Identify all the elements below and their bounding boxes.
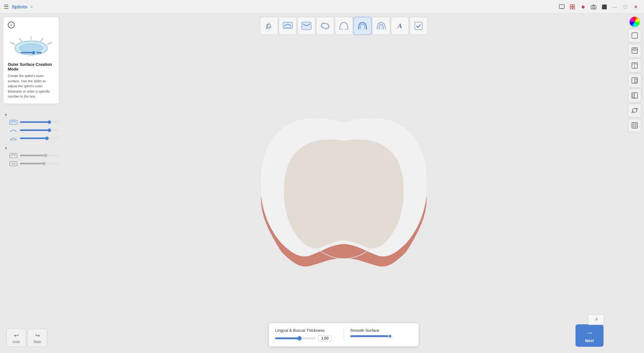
color-wheel-button[interactable] xyxy=(629,16,640,27)
smooth-surface-group: Smooth Surface xyxy=(350,328,413,341)
lingual-buccal-group: Lingual & Buccal Thickness 1.50 xyxy=(275,328,338,341)
texture-button[interactable] xyxy=(628,118,642,132)
layer-group-2: ▼ xyxy=(4,147,58,167)
svg-rect-45 xyxy=(632,123,637,128)
info-card: i Outer Surf xyxy=(3,17,59,104)
svg-point-18 xyxy=(35,52,37,53)
iso-view2-button[interactable] xyxy=(628,59,642,72)
undo-icon: ↩ xyxy=(14,332,19,339)
layer-slider-4[interactable] xyxy=(20,155,58,156)
svg-point-29 xyxy=(266,27,268,29)
list-item xyxy=(4,119,58,125)
main-layout: i Outer Surf xyxy=(0,14,644,353)
undo-label: Undo xyxy=(12,340,20,344)
rotate-button[interactable] xyxy=(628,104,642,117)
next-button[interactable]: → Next xyxy=(575,324,604,347)
left-panel: i Outer Surf xyxy=(0,14,62,353)
svg-rect-38 xyxy=(415,22,422,30)
lingual-buccal-slider[interactable] xyxy=(275,337,316,339)
info-illustration xyxy=(8,31,54,59)
bottom-actions: ↩ Undo ↪ Redo xyxy=(6,329,47,347)
toolbar-tools-button[interactable] xyxy=(260,17,278,35)
lingual-buccal-slider-thumb[interactable] xyxy=(297,336,302,341)
titlebar: ☰ Splints ¤ ⏺ xyxy=(0,0,644,14)
y-indicator: -Y xyxy=(588,314,604,325)
svg-rect-3 xyxy=(570,5,572,7)
list-item xyxy=(4,127,58,133)
info-card-desc: Create the splint's outer surface. Use t… xyxy=(8,73,54,99)
maximize-button[interactable]: ☐ xyxy=(621,2,630,11)
layer-controls: ▼ xyxy=(3,113,59,167)
layer-slider-3[interactable] xyxy=(20,138,58,139)
svg-rect-21 xyxy=(10,153,17,158)
svg-line-14 xyxy=(20,38,22,41)
display-icon[interactable] xyxy=(557,2,566,11)
redo-button[interactable]: ↪ Redo xyxy=(27,329,47,347)
layer-arch-icon-2 xyxy=(9,127,17,133)
text-icon: A xyxy=(398,22,402,30)
video-icon[interactable]: ⬛ xyxy=(600,2,608,11)
divider xyxy=(344,328,344,341)
next-label: Next xyxy=(585,338,594,343)
toolbar-both-arches-button[interactable] xyxy=(316,17,334,35)
layer-slider-2[interactable] xyxy=(20,129,58,131)
toolbar-outer-surface-button[interactable] xyxy=(353,17,372,35)
layer-arch-icon-3 xyxy=(9,135,17,142)
svg-rect-4 xyxy=(573,5,575,7)
app-title: Splints xyxy=(12,4,27,9)
layer-group-1: ▼ xyxy=(4,113,58,142)
smooth-surface-slider[interactable] xyxy=(350,335,391,337)
svg-rect-39 xyxy=(632,33,637,38)
svg-rect-0 xyxy=(559,5,564,8)
minimize-button[interactable]: — xyxy=(610,2,619,11)
toolbar-text-button[interactable]: A xyxy=(391,17,409,35)
info-card-title: Outer Surface Creation Mode xyxy=(8,62,54,71)
svg-rect-16 xyxy=(21,52,42,53)
dropdown-arrow-1[interactable]: ▼ xyxy=(4,113,7,117)
toolbar-lower-arch-button[interactable] xyxy=(297,17,315,35)
layer-slider-1[interactable] xyxy=(20,121,58,123)
toolbar-upper-arch-button[interactable] xyxy=(279,17,297,35)
center-area: A xyxy=(62,14,625,353)
toolbar-arch-outline-button[interactable] xyxy=(335,17,353,35)
iso-view4-button[interactable] xyxy=(628,89,642,102)
grid-icon[interactable] xyxy=(568,2,577,11)
3d-viewport[interactable] xyxy=(62,14,625,353)
camera-icon[interactable] xyxy=(589,2,598,11)
titlebar-right: ⏺ ⬛ — ☐ ✕ xyxy=(557,2,640,11)
redo-icon: ↪ xyxy=(35,332,40,339)
record-icon[interactable]: ⏺ xyxy=(579,2,587,11)
svg-line-15 xyxy=(40,38,43,41)
iso-view3-button[interactable] xyxy=(628,74,642,87)
smooth-surface-slider-thumb[interactable] xyxy=(388,334,392,338)
undo-button[interactable]: ↩ Undo xyxy=(6,329,26,347)
list-item xyxy=(4,161,58,167)
svg-line-27 xyxy=(270,27,271,28)
svg-line-11 xyxy=(10,42,15,45)
layer-arch-icon-1 xyxy=(9,119,17,125)
toolbar-check-button[interactable] xyxy=(410,17,428,35)
iso-view1-button[interactable] xyxy=(628,44,642,57)
svg-point-8 xyxy=(593,7,594,8)
svg-point-35 xyxy=(320,22,330,30)
dropdown-arrow-2[interactable]: ▼ xyxy=(4,147,7,150)
bottom-controls-panel: Lingual & Buccal Thickness 1.50 Smooth S… xyxy=(269,323,419,347)
lingual-buccal-slider-fill xyxy=(275,337,300,339)
lingual-buccal-value[interactable]: 1.50 xyxy=(318,335,332,341)
layer-slider-5[interactable] xyxy=(20,163,58,164)
svg-point-28 xyxy=(268,24,271,27)
app-subtitle: ¤ xyxy=(31,5,33,9)
front-view-button[interactable] xyxy=(628,29,642,42)
layer-arch-icon-4 xyxy=(9,152,17,159)
svg-rect-6 xyxy=(573,7,575,9)
svg-line-12 xyxy=(48,42,52,45)
next-arrow-icon: → xyxy=(586,328,593,337)
svg-point-34 xyxy=(321,23,329,28)
hamburger-menu-icon[interactable]: ☰ xyxy=(4,3,9,10)
smooth-surface-label: Smooth Surface xyxy=(350,328,413,333)
svg-point-17 xyxy=(32,51,35,54)
svg-point-10 xyxy=(20,44,43,52)
list-item xyxy=(4,152,58,159)
close-button[interactable]: ✕ xyxy=(632,2,640,11)
toolbar-inner-surface-button[interactable] xyxy=(372,17,390,35)
